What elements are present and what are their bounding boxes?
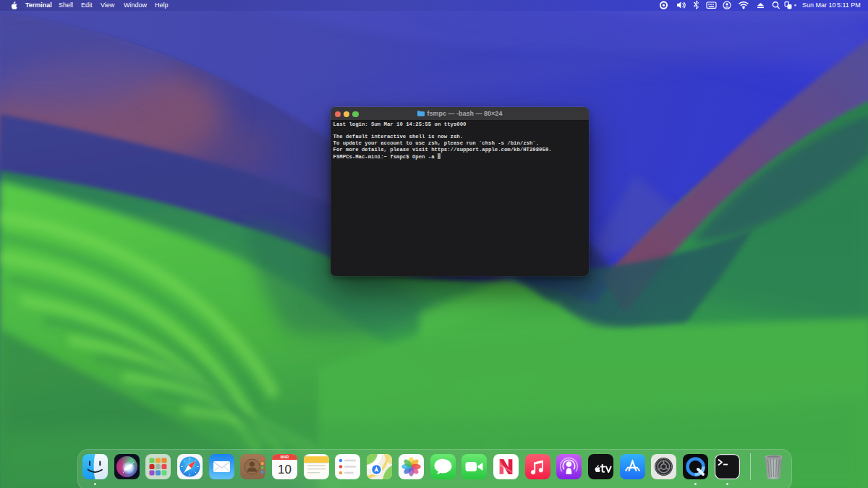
svg-text:MAR: MAR (281, 455, 289, 459)
svg-text:10: 10 (278, 463, 292, 476)
